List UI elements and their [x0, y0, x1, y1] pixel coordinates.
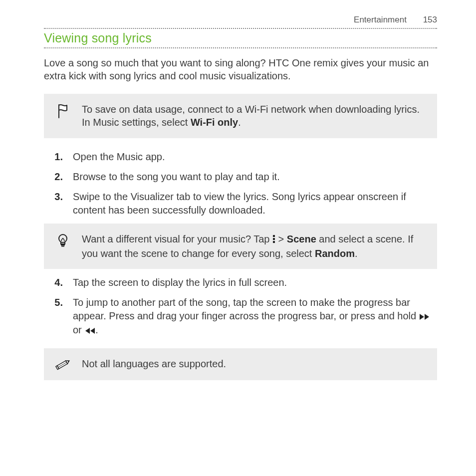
- page-number: 153: [423, 15, 437, 25]
- chapter-label: Entertainment: [354, 15, 407, 25]
- bold-text: Scene: [287, 234, 316, 244]
- svg-marker-7: [425, 314, 429, 320]
- step-number: 5.: [44, 296, 73, 309]
- svg-rect-5: [273, 241, 275, 243]
- step-item: 5. To jump to another part of the song, …: [44, 296, 437, 337]
- step-item: 2. Browse to the song you want to play a…: [44, 170, 437, 183]
- bold-text: Wi-Fi only: [191, 117, 238, 128]
- steps-list: 1. Open the Music app. 2. Browse to the …: [44, 150, 437, 217]
- callout-tip: Want a different visual for your music? …: [44, 224, 437, 269]
- callout-text: Not all languages are supported.: [82, 357, 427, 370]
- lightbulb-icon: [54, 233, 72, 248]
- step-number: 1.: [44, 150, 73, 163]
- step-item: 3. Swipe to the Visualizer tab to view t…: [44, 190, 437, 217]
- step-number: 3.: [44, 190, 73, 203]
- text-segment: .: [95, 324, 98, 335]
- svg-rect-4: [273, 238, 275, 240]
- svg-marker-9: [85, 328, 90, 334]
- section-title: Viewing song lyrics: [44, 31, 437, 45]
- text-segment: Want a different visual for your music? …: [82, 234, 272, 244]
- flag-icon: [54, 103, 72, 119]
- step-text: Open the Music app.: [73, 150, 437, 163]
- svg-marker-8: [90, 328, 95, 334]
- text-segment: or: [73, 324, 84, 335]
- fast-forward-icon: [419, 310, 430, 323]
- divider: [44, 47, 437, 48]
- text-segment: .: [355, 248, 358, 259]
- page-header: Entertainment 153: [44, 15, 437, 25]
- step-text: Browse to the song you want to play and …: [73, 170, 437, 183]
- callout-text: Want a different visual for your music? …: [82, 233, 427, 260]
- callout-note: Not all languages are supported.: [44, 348, 437, 380]
- step-text: To jump to another part of the song, tap…: [73, 296, 437, 337]
- step-item: 1. Open the Music app.: [44, 150, 437, 163]
- callout-wifi: To save on data usage, connect to a Wi-F…: [44, 94, 437, 138]
- text-segment: To jump to another part of the song, tap…: [73, 297, 419, 321]
- intro-paragraph: Love a song so much that you want to sin…: [44, 56, 437, 83]
- text-segment: >: [275, 234, 287, 244]
- svg-marker-6: [420, 314, 424, 320]
- step-number: 2.: [44, 170, 73, 183]
- step-item: 4. Tap the screen to display the lyrics …: [44, 276, 437, 289]
- rewind-icon: [84, 324, 95, 337]
- step-text: Tap the screen to display the lyrics in …: [73, 276, 437, 289]
- text-segment: .: [238, 117, 241, 128]
- callout-text: To save on data usage, connect to a Wi-F…: [82, 103, 427, 129]
- svg-rect-3: [273, 235, 275, 237]
- text-segment: To save on data usage, connect to a Wi-F…: [82, 104, 420, 128]
- step-number: 4.: [44, 276, 73, 289]
- step-text: Swipe to the Visualizer tab to view the …: [73, 190, 437, 217]
- document-page: Entertainment 153 Viewing song lyrics Lo…: [0, 0, 476, 400]
- pencil-icon: [54, 357, 72, 371]
- bold-text: Random: [315, 248, 355, 259]
- divider: [44, 28, 437, 29]
- steps-list-continued: 4. Tap the screen to display the lyrics …: [44, 276, 437, 338]
